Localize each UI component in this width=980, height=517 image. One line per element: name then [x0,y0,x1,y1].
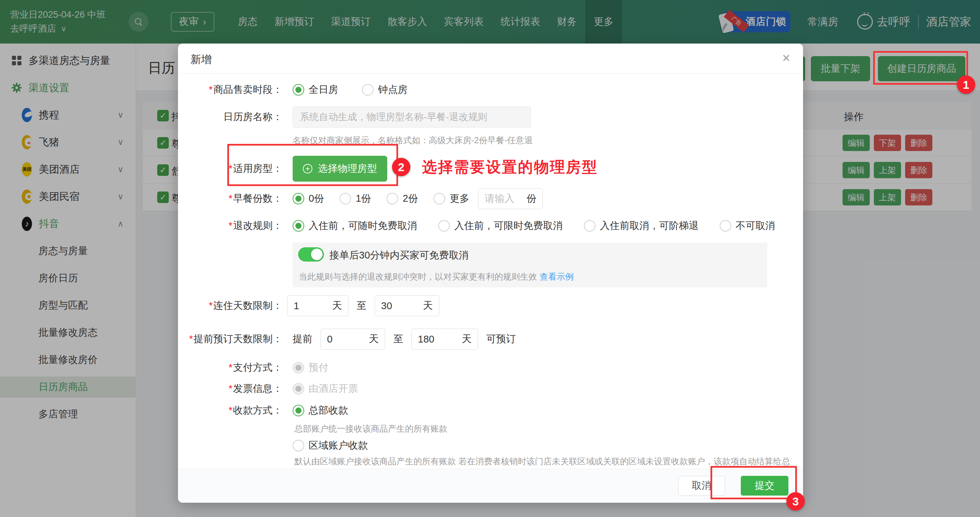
modal-title: 新增 [191,52,212,67]
free-cancel-toggle[interactable] [298,247,324,262]
radio-full-day[interactable]: 全日房 [293,83,338,97]
payment-row: *支付方式： 预付 [178,359,803,376]
radio-refund-none[interactable]: 不可取消 [720,219,775,233]
radio-breakfast-0[interactable]: 0份 [293,192,324,205]
invoice-row: *发票信息： 由酒店开票 [178,380,803,397]
radio-breakfast-1[interactable]: 1份 [340,192,371,205]
modal-footer: 取消 提交 [178,469,803,503]
close-icon[interactable]: × [782,51,790,65]
annotation-circle-2: 2 [392,158,410,176]
breakfast-count-input[interactable]: 请输入 份 [478,188,543,209]
modal-header: 新增 × [178,44,803,73]
radio-refund-tiered[interactable]: 入住前取消，可阶梯退 [584,219,698,233]
breakfast-row: *早餐份数： 0份 1份 2份 更多 请输入 份 [178,188,803,209]
page: 营业日2025-04-26 中班 去呼呼酒店 ∨ 夜审 › 房态 新增预订 渠道… [0,0,980,517]
stay-max-input[interactable]: 30天 [375,295,439,316]
annotation-tip-text: 选择需要设置的物理房型 [422,157,598,177]
radio-breakfast-2[interactable]: 2份 [387,192,418,205]
sale-period-row: *商品售卖时段： 全日房 钟点房 [178,79,803,101]
radio-hourly[interactable]: 钟点房 [362,83,408,97]
radio-refund-anytime[interactable]: 入住前，可随时免费取消 [293,219,417,233]
radio-refund-limited[interactable]: 入住前，可限时免费取消 [438,219,563,233]
advance-min-input[interactable]: 0天 [321,328,385,350]
free-cancel-panel: 接单后30分钟内买家可免费取消 当此规则与选择的退改规则冲突时，以对买家更有利的… [293,243,767,287]
radio-prepay-disabled: 预付 [293,361,328,374]
toggle-label: 接单后30分钟内买家可免费取消 [329,249,469,262]
conflict-note: 当此规则与选择的退改规则冲突时，以对买家更有利的规则生效查看示例 [299,271,574,282]
hq-collection-desc: 总部账户统一接收该商品产生的所有账款 [294,423,447,435]
region-collection-row: 区域账户收款 [178,438,803,454]
annotation-circle-3: 3 [786,492,805,511]
annotation-box-step2 [227,144,398,186]
annotation-circle-1: 1 [957,76,975,94]
annotation-box-step3 [711,466,797,499]
radio-hq-collection[interactable]: 总部收款 [293,404,348,417]
region-collection-desc: 默认由区域账户接收该商品产生的所有账款 若在消费者核销时该门店未关联区域或关联的… [294,456,791,467]
collection-row: *收款方式： 总部收款 [178,402,803,419]
new-product-modal: 新增 × *商品售卖时段： 全日房 钟点房 日历房名称： 系统自动生成，物理房型… [178,44,803,503]
stay-days-row: *连住天数限制： 1天 至 30天 [178,295,803,317]
radio-breakfast-more[interactable]: 更多 [434,192,469,205]
advance-days-row: *提前预订天数限制： 提前 0天 至 180天 可预订 [178,328,803,350]
refund-rule-row: *退改规则： 入住前，可随时免费取消 入住前，可限时免费取消 入住前取消，可阶梯… [178,216,803,236]
annotation-box-step1 [873,51,968,85]
stay-min-input[interactable]: 1天 [287,295,348,316]
radio-hotel-invoice-disabled: 由酒店开票 [293,382,358,396]
calendar-name-input[interactable]: 系统自动生成，物理房型名称-早餐-退改规则 [293,106,531,128]
view-example-link[interactable]: 查看示例 [540,272,574,281]
radio-region-collection[interactable]: 区域账户收款 [293,439,368,452]
name-row: 日历房名称： 系统自动生成，物理房型名称-早餐-退改规则 [178,106,803,128]
advance-max-input[interactable]: 180天 [411,328,478,350]
